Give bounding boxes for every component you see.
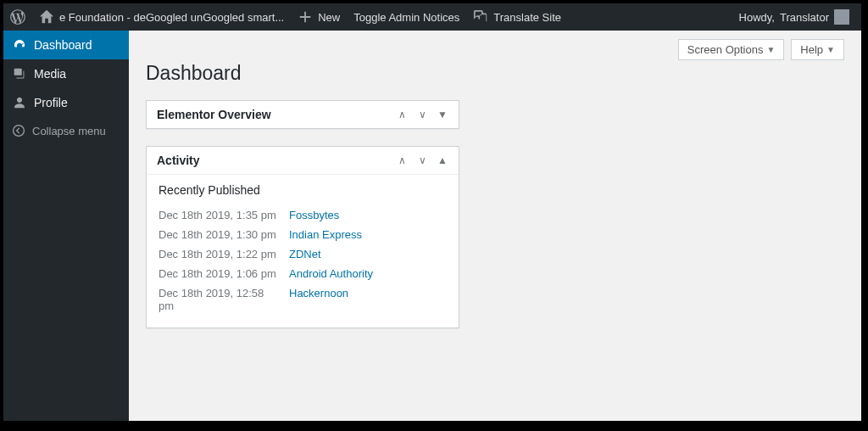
publish-time: Dec 18th 2019, 1:06 pm [159,267,277,280]
toggle-box-icon[interactable]: ▲ [437,154,448,166]
account-menu[interactable]: Howdy, Translator [732,3,856,31]
metabox-elementor-overview: Elementor Overview ∧ ∨ ▼ [146,100,459,129]
translate-icon [473,9,488,25]
dashboard-icon [12,37,27,53]
move-down-icon[interactable]: ∨ [416,154,428,166]
list-item: Dec 18th 2019, 12:58 pm Hackernoon [159,283,447,316]
post-link[interactable]: ZDNet [289,248,321,260]
sidebar-item-label: Dashboard [34,38,92,52]
collapse-menu[interactable]: Collapse menu [3,117,129,144]
home-icon [39,9,54,25]
help-button[interactable]: Help ▼ [791,39,844,60]
wp-logo[interactable] [3,3,32,31]
site-title: e Foundation - deGoogled unGoogled smart… [59,11,284,24]
avatar [834,9,849,25]
chevron-down-icon: ▼ [826,45,835,54]
site-home-link[interactable]: e Foundation - deGoogled unGoogled smart… [32,3,291,31]
move-up-icon[interactable]: ∧ [396,154,408,166]
collapse-icon [12,124,25,137]
metabox-title: Activity [157,154,200,167]
publish-time: Dec 18th 2019, 1:30 pm [159,228,277,241]
screen-options-button[interactable]: Screen Options ▼ [678,39,785,60]
plus-icon [298,9,313,25]
admin-sidebar: Dashboard Media Profile Collapse menu [3,31,129,421]
post-link[interactable]: Hackernoon [289,287,348,312]
user-name: Translator [780,11,829,24]
activity-section-heading: Recently Published [159,183,447,197]
page-title: Dashboard [146,62,844,85]
admin-bar: e Foundation - deGoogled unGoogled smart… [3,3,861,31]
list-item: Dec 18th 2019, 1:22 pm ZDNet [159,244,447,264]
move-up-icon[interactable]: ∧ [396,109,408,120]
media-icon [12,66,27,81]
toggle-box-icon[interactable]: ▼ [437,109,448,120]
publish-time: Dec 18th 2019, 12:58 pm [159,287,277,312]
profile-icon [12,95,27,110]
sidebar-item-label: Profile [34,96,68,109]
new-label: New [318,11,340,24]
translate-site-link[interactable]: Translate Site [466,3,568,31]
toggle-admin-notices[interactable]: Toggle Admin Notices [347,3,466,31]
new-content-link[interactable]: New [291,3,347,31]
publish-time: Dec 18th 2019, 1:22 pm [159,248,277,260]
post-link[interactable]: Android Authority [289,267,373,280]
chevron-down-icon: ▼ [766,45,775,54]
post-link[interactable]: Indian Express [289,228,362,241]
list-item: Dec 18th 2019, 1:30 pm Indian Express [159,225,447,244]
list-item: Dec 18th 2019, 1:35 pm Fossbytes [159,205,447,225]
main-content: Screen Options ▼ Help ▼ Dashboard Elemen… [129,31,861,421]
metabox-title: Elementor Overview [157,108,271,121]
publish-time: Dec 18th 2019, 1:35 pm [159,209,277,221]
collapse-label: Collapse menu [32,125,106,137]
sidebar-item-media[interactable]: Media [3,59,129,88]
post-link[interactable]: Fossbytes [289,209,339,221]
wordpress-icon [10,9,25,25]
sidebar-item-label: Media [34,67,66,81]
svg-point-0 [14,126,25,137]
list-item: Dec 18th 2019, 1:06 pm Android Authority [159,264,447,283]
metabox-activity: Activity ∧ ∨ ▲ Recently Published Dec 18… [146,146,459,328]
sidebar-item-dashboard[interactable]: Dashboard [3,31,129,59]
howdy-text: Howdy, [739,11,775,24]
move-down-icon[interactable]: ∨ [416,109,428,120]
sidebar-item-profile[interactable]: Profile [3,88,129,117]
recently-published-list: Dec 18th 2019, 1:35 pm Fossbytes Dec 18t… [159,205,447,316]
